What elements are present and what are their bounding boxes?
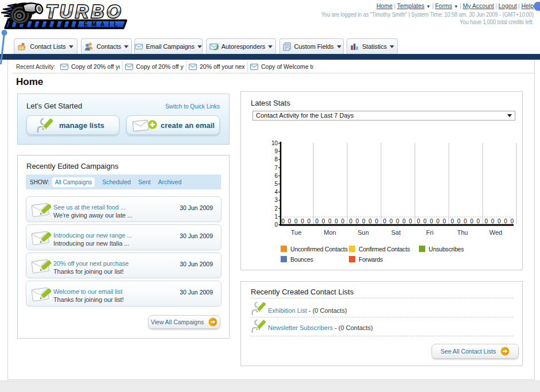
svg-text:0: 0 (402, 218, 406, 224)
svg-text:5: 5 (274, 181, 278, 187)
svg-text:0: 0 (430, 218, 433, 224)
svg-text:0: 0 (281, 218, 285, 224)
svg-text:7: 7 (274, 165, 278, 171)
svg-text:Thu: Thu (457, 229, 468, 236)
svg-text:0: 0 (308, 218, 311, 224)
svg-text:0: 0 (504, 218, 507, 224)
svg-text:10: 10 (271, 140, 278, 146)
svg-text:Sat: Sat (391, 229, 401, 236)
svg-text:0: 0 (328, 218, 332, 224)
svg-text:0: 0 (470, 218, 473, 224)
svg-text:0: 0 (335, 218, 338, 224)
svg-text:0: 0 (375, 218, 379, 224)
svg-text:6: 6 (274, 173, 278, 179)
svg-text:0: 0 (484, 218, 488, 224)
svg-text:Sun: Sun (358, 229, 369, 236)
svg-text:0: 0 (288, 218, 292, 224)
svg-text:0: 0 (274, 222, 278, 228)
svg-text:0: 0 (464, 218, 467, 224)
svg-text:Tue: Tue (291, 229, 302, 236)
svg-text:0: 0 (457, 218, 461, 224)
svg-text:0: 0 (450, 218, 454, 224)
svg-text:Wed: Wed (490, 229, 502, 236)
svg-text:TURBO: TURBO (46, 2, 123, 22)
svg-text:0: 0 (341, 218, 345, 224)
svg-text:2: 2 (274, 205, 278, 212)
svg-text:0: 0 (498, 218, 501, 224)
svg-text:0: 0 (417, 218, 420, 224)
svg-text:0: 0 (383, 218, 386, 224)
svg-text:Mon: Mon (324, 229, 336, 236)
svg-text:0: 0 (322, 218, 325, 224)
svg-text:0: 0 (390, 218, 393, 224)
svg-text:0: 0 (443, 218, 446, 224)
svg-text:4: 4 (274, 189, 278, 195)
svg-text:0: 0 (362, 218, 366, 224)
svg-text:0: 0 (315, 218, 318, 224)
svg-text:Fri: Fri (426, 229, 434, 236)
svg-text:0: 0 (511, 218, 514, 224)
svg-text:0: 0 (491, 218, 495, 224)
svg-text:0: 0 (349, 218, 352, 224)
svg-text:1: 1 (274, 214, 278, 220)
svg-text:0: 0 (356, 218, 359, 224)
svg-text:0: 0 (396, 218, 399, 224)
svg-text:0: 0 (301, 218, 304, 224)
svg-text:3: 3 (274, 197, 278, 203)
svg-text:0: 0 (436, 218, 440, 224)
svg-text:9: 9 (274, 148, 278, 154)
svg-text:0: 0 (409, 218, 413, 224)
svg-text:0: 0 (424, 218, 427, 224)
svg-text:0: 0 (477, 218, 480, 224)
svg-text:8: 8 (274, 156, 278, 162)
svg-text:0: 0 (294, 218, 298, 224)
svg-text:0: 0 (368, 218, 372, 224)
